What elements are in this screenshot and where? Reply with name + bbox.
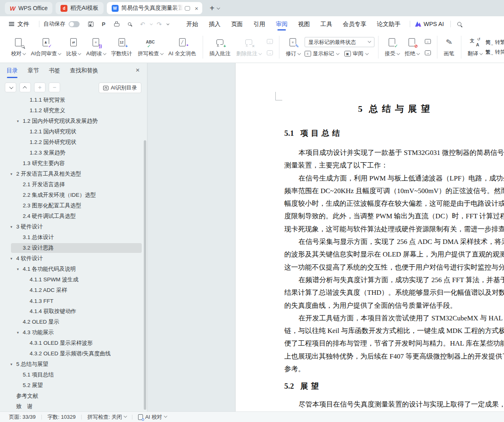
menu-item[interactable]: 论文助手 <box>377 16 400 32</box>
undo-chevron-icon[interactable] <box>150 22 153 25</box>
page-indicator[interactable]: 页面: 33/39 <box>9 413 36 421</box>
show-markup-button[interactable]: ≡ 显示标记 <box>305 50 339 57</box>
new-tab-icon[interactable]: + <box>210 4 214 13</box>
next-change-icon[interactable]: → <box>423 48 433 57</box>
collapse-arrow-icon[interactable]: ▼ <box>10 257 13 261</box>
sidebar-tab[interactable]: 章节 <box>28 67 39 78</box>
collapse-arrow-icon[interactable]: ▼ <box>10 225 13 229</box>
compare-button[interactable]: ⇄ 比较 <box>63 35 83 59</box>
expand-down-button[interactable] <box>5 83 16 92</box>
reject-button[interactable]: ⊘ 拒绝 <box>402 35 422 59</box>
prev-change-icon[interactable]: ← <box>423 37 433 46</box>
menu-item[interactable]: 引用 <box>253 16 265 32</box>
toc-item[interactable]: 4.2 OLED 显示 <box>0 317 143 327</box>
toc-item[interactable]: ▼4 软件设计 <box>0 253 143 264</box>
prev-comment-icon[interactable]: ← <box>265 37 275 46</box>
ai-recognize-toc-button[interactable]: AI识别目录 <box>99 83 141 93</box>
menu-item[interactable]: 页面 <box>231 16 243 32</box>
toc-item[interactable]: ▼4.3 功能展示 <box>0 327 143 338</box>
collapse-arrow-icon[interactable]: ▼ <box>16 331 19 335</box>
close-icon[interactable]: × <box>194 5 199 12</box>
toc-item[interactable]: 5.2 展望 <box>0 380 143 391</box>
toc-item[interactable]: 1.3 研究主要内容 <box>0 158 143 169</box>
undo-button[interactable]: ↶ <box>137 19 148 29</box>
collapse-up-button[interactable] <box>19 83 31 92</box>
print-button[interactable] <box>111 19 122 29</box>
accept-button[interactable]: ✓ 接受 <box>382 35 402 59</box>
document-page[interactable]: 5总结与展望 5.1项目总结 本项目成功设计并实现了一款基于 STM32G031… <box>236 63 504 411</box>
collapse-arrow-icon[interactable]: ▼ <box>16 268 19 271</box>
file-menu[interactable]: 文件 <box>17 20 29 28</box>
collapse-arrow-icon[interactable]: ▼ <box>16 120 19 123</box>
toc-item[interactable]: ▼1.2 国内外研究现状及发展趋势 <box>0 116 143 126</box>
toc-item[interactable]: 1.2.2 国外研究现状 <box>0 137 143 148</box>
search-icon[interactable] <box>457 22 461 26</box>
translate-button[interactable]: 文A↺ 翻译 <box>465 35 485 59</box>
toc-item[interactable]: 1.2.3 发展趋势 <box>0 148 143 158</box>
pen-button[interactable]: ✎ 画笔 <box>441 35 457 59</box>
sidebar-scrollbar[interactable] <box>144 140 146 410</box>
toc-item[interactable]: 2.4 硬件调试工具选型 <box>0 211 143 222</box>
toc-item[interactable]: 4.3.1 OLED 显示采样波形 <box>0 338 143 348</box>
sidebar-tab[interactable]: 目录 <box>6 67 18 78</box>
collapse-all-button[interactable]: − <box>49 83 60 92</box>
tab-chat-icon[interactable] <box>185 6 190 11</box>
toc-item[interactable]: 1.2.1 国内研究现状 <box>0 126 143 137</box>
redo-button[interactable]: ↷ <box>154 19 164 29</box>
menu-item[interactable]: 视图 <box>298 16 310 32</box>
export-pdf-button[interactable]: P <box>98 19 109 29</box>
toc-item[interactable]: 2.2 集成开发环境（IDE）选型 <box>0 190 143 200</box>
sidebar-tab[interactable]: 书签 <box>49 67 60 78</box>
track-changes-button[interactable]: ≡✎ 修订 <box>283 35 303 59</box>
toc-item[interactable]: 2.3 图形化配置工具选型 <box>0 200 143 211</box>
collapse-arrow-icon[interactable]: ▼ <box>10 363 13 366</box>
toc-item[interactable]: 4.1.2 ADC 采样 <box>0 285 143 296</box>
ai-read-aloud-button[interactable]: ≡)) AI朗读 <box>83 35 108 59</box>
insert-comment-button[interactable]: + 插入批注 <box>207 35 234 59</box>
menu-item[interactable]: 会员专享 <box>343 16 366 32</box>
toc-item[interactable]: 1.1.2 研究意义 <box>0 105 143 116</box>
toc-item[interactable]: 致 谢 <box>0 401 143 411</box>
word-count-indicator[interactable]: 字数: 10329 <box>48 413 76 421</box>
next-comment-icon[interactable]: → <box>265 48 275 57</box>
quick-access-chevron-icon[interactable] <box>167 22 169 25</box>
toc-item[interactable]: 4.3.2 OLED 显示频谱/失真度曲线 <box>0 348 143 359</box>
toc-item[interactable]: 4.1.4 获取按键动作 <box>0 306 143 317</box>
toc-item[interactable]: 5.1 项目总结 <box>0 370 143 380</box>
toc-item[interactable]: 1.1.1 研究背景 <box>0 98 143 105</box>
toc-item[interactable]: 参考文献 <box>0 391 143 401</box>
tab-docer-templates[interactable]: d 稻壳AI模板 <box>56 2 103 14</box>
print-preview-button[interactable] <box>124 19 135 29</box>
autosave-toggle[interactable] <box>69 21 80 27</box>
expand-all-button[interactable]: + <box>34 83 45 92</box>
toc-item[interactable]: ▼5 总结与展望 <box>0 359 143 370</box>
markup-state-dropdown[interactable]: 显示标记的最终状态 <box>305 37 374 47</box>
sidebar-tab[interactable]: 查找和替换 <box>70 67 98 78</box>
tab-wps-office[interactable]: W WPS Office <box>5 2 52 14</box>
ai-polish-button[interactable]: ╱* AI 全文润色 <box>166 35 199 59</box>
menu-item[interactable]: 开始 <box>186 16 198 32</box>
delete-comment-button[interactable]: × 删除批注 <box>234 35 264 59</box>
spellcheck-status[interactable]: 拼写检查: 关闭 <box>87 413 126 421</box>
collapse-arrow-icon[interactable]: ▼ <box>10 172 13 176</box>
ai-contract-review-button[interactable]: ♟✓ AI合同审查 <box>28 35 63 59</box>
to-simplified-button[interactable]: 繁→ 转简 <box>486 48 504 56</box>
word-count-button[interactable]: 12+ 字数统计 <box>108 35 135 59</box>
wps-ai-menu[interactable]: WPS AI <box>424 21 444 27</box>
hamburger-icon[interactable] <box>9 24 14 24</box>
save-button[interactable] <box>85 19 96 29</box>
toc-item[interactable]: 2.1 开发语言选择 <box>0 179 143 190</box>
menu-item[interactable]: 工具 <box>320 16 332 32</box>
proofread-button[interactable]: 校对 <box>8 35 28 59</box>
tab-document[interactable]: W 简易信号失真度测量装置的设 × <box>107 2 203 14</box>
menu-item[interactable]: 审阅 <box>276 16 288 32</box>
menu-item[interactable]: 插入 <box>209 16 221 32</box>
review-pane-button[interactable]: ▣ 审阅 <box>344 50 368 57</box>
tab-list-chevron-icon[interactable] <box>216 6 220 9</box>
toc-item[interactable]: ▼4.1 各功能代码及说明 <box>0 264 143 274</box>
toc-item[interactable]: 4.1.3 FFT <box>0 296 143 306</box>
toc-item[interactable]: 3.1 总体设计 <box>0 232 143 243</box>
spell-check-button[interactable]: ABC✓ 拼写检查 <box>135 35 166 59</box>
toc-item[interactable]: 4.1.1 SPWM 波生成 <box>0 274 143 285</box>
sidebar-close-icon[interactable]: × <box>136 66 140 74</box>
